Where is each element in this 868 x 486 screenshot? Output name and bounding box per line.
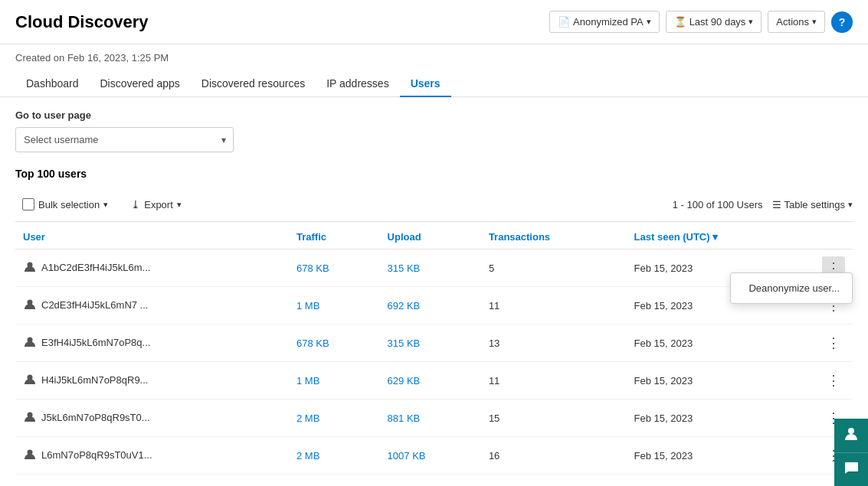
cell-user: A1bC2dE3fH4iJ5kL6m... [15,250,289,287]
cell-traffic: 678 KB [289,325,380,362]
table-row[interactable]: H4iJ5kL6mN7oP8qR9... 1 MB 629 KB 11 Feb … [15,362,853,400]
main-content: Go to user page Select username ▾ Top 10… [0,97,868,486]
cell-upload: 629 KB [380,362,481,400]
side-panel-chat-button[interactable] [834,452,868,486]
cell-user: C2dE3fH4iJ5kL6mN7 ... [15,287,289,325]
filter-icon: 📄 [558,16,570,28]
time-filter-button[interactable]: ⏳ Last 90 days ▾ [666,11,762,33]
cell-traffic: 1 MB [289,287,380,325]
cell-actions: ⋮ [814,362,853,400]
user-avatar-icon [23,373,37,387]
chevron-bulk-icon: ▾ [103,200,108,210]
cell-transactions: 11 [481,287,627,325]
table-toolbar: Bulk selection ▾ ⤓ Export ▾ 1 - 100 of 1… [15,188,853,222]
tab-users[interactable]: Users [400,71,451,97]
cell-upload: 692 KB [380,287,481,325]
cell-last-seen: Feb 15, 2023 [627,325,814,362]
cell-traffic: 1 MB [289,362,380,400]
context-menu: Deanonymize user... [730,272,853,304]
help-label: ? [839,16,846,28]
col-header-last-seen[interactable]: Last seen (UTC) ▾ [627,225,814,250]
cell-actions: ⋮ Deanonymize user... [814,250,853,287]
filter-button[interactable]: 📄 Anonymized PA ▾ [549,11,660,33]
side-panel [834,419,868,486]
go-to-user-label: Go to user page [15,109,853,121]
row-menu-button[interactable]: ⋮ [822,369,845,392]
bulk-checkbox-icon [22,198,34,210]
toolbar-left: Bulk selection ▾ ⤓ Export ▾ [15,194,188,215]
cell-upload: 881 KB [380,400,481,437]
tab-bar: Dashboard Discovered apps Discovered res… [0,64,868,97]
table-settings-label: Table settings [784,199,846,210]
col-header-actions [814,225,853,250]
col-header-user[interactable]: User [15,225,289,250]
cell-user: J5kL6mN7oP8qR9sT0... [15,400,289,437]
time-label: Last 90 days [689,16,746,28]
toolbar-right: 1 - 100 of 100 Users ☰ Table settings ▾ [673,199,853,210]
bulk-selection-button[interactable]: Bulk selection ▾ [15,194,115,215]
table-settings-icon: ☰ [772,199,781,210]
cell-upload: 1007 KB [380,437,481,475]
page-header: Cloud Discovery 📄 Anonymized PA ▾ ⏳ Last… [0,0,868,44]
help-button[interactable]: ? [831,11,853,33]
user-avatar-icon [23,260,37,274]
pagination-label: 1 - 100 of 100 Users [673,199,763,210]
cell-transactions: 16 [481,437,627,475]
cell-upload: 315 KB [380,250,481,287]
row-menu-button[interactable]: ⋮ [822,331,845,354]
page-title: Cloud Discovery [15,12,149,32]
user-avatar-icon [23,298,37,311]
tab-ip-addresses[interactable]: IP addresses [316,71,399,97]
chevron-down-icon-actions: ▾ [812,17,817,27]
chevron-export-icon: ▾ [177,200,182,210]
table-row[interactable]: E3fH4iJ5kL6mN7oP8q... 678 KB 315 KB 13 F… [15,325,853,362]
cell-last-seen: Feb 15, 2023 [627,362,814,400]
table-row[interactable]: C2dE3fH4iJ5kL6mN7 ... 1 MB 692 KB 11 Feb… [15,287,853,325]
cell-transactions: 11 [481,362,627,400]
tab-discovered-resources[interactable]: Discovered resources [191,71,316,97]
table-header: User Traffic Upload Transactions Last se… [15,225,853,250]
username-select-wrapper: Select username ▾ [15,127,234,152]
tab-dashboard[interactable]: Dashboard [15,71,90,97]
cell-last-seen: Feb 15, 2023 [627,437,814,475]
user-avatar-icon [23,335,37,349]
side-panel-person-button[interactable] [834,419,868,452]
cell-upload: 315 KB [380,325,481,362]
col-header-upload[interactable]: Upload [380,225,481,250]
table-body: A1bC2dE3fH4iJ5kL6m... 678 KB 315 KB 5 Fe… [15,250,853,475]
cell-actions: ⋮ [814,325,853,362]
table-row[interactable]: A1bC2dE3fH4iJ5kL6m... 678 KB 315 KB 5 Fe… [15,250,853,287]
subheader: Created on Feb 16, 2023, 1:25 PM [0,44,868,64]
cell-user: E3fH4iJ5kL6mN7oP8q... [15,325,289,362]
person-icon [843,426,859,445]
export-label: Export [144,199,173,210]
bulk-selection-label: Bulk selection [38,199,100,210]
user-avatar-icon [23,410,37,424]
actions-button[interactable]: Actions ▾ [768,11,825,33]
created-text: Created on Feb 16, 2023, 1:25 PM [15,52,169,64]
users-table: User Traffic Upload Transactions Last se… [15,225,853,475]
col-header-transactions[interactable]: Transactions [481,225,627,250]
actions-label: Actions [776,16,809,28]
table-settings-button[interactable]: ☰ Table settings ▾ [772,199,853,210]
svg-point-6 [848,428,854,434]
tab-discovered-apps[interactable]: Discovered apps [90,71,191,97]
table-row[interactable]: L6mN7oP8qR9sT0uV1... 2 MB 1007 KB 16 Feb… [15,437,853,475]
section-title: Top 100 users [15,168,853,180]
user-avatar-icon [23,448,37,462]
chat-icon [843,460,859,479]
filter-label: Anonymized PA [573,16,644,28]
clock-icon: ⏳ [674,16,686,28]
deanonymize-menu-item[interactable]: Deanonymize user... [731,276,852,300]
col-header-traffic[interactable]: Traffic [289,225,380,250]
cell-traffic: 2 MB [289,400,380,437]
cell-user: H4iJ5kL6mN7oP8qR9... [15,362,289,400]
username-select[interactable]: Select username [15,127,234,152]
export-button[interactable]: ⤓ Export ▾ [124,194,188,215]
cell-traffic: 678 KB [289,250,380,287]
chevron-settings-icon: ▾ [848,200,853,210]
cell-traffic: 2 MB [289,437,380,475]
cell-user: L6mN7oP8qR9sT0uV1... [15,437,289,475]
table-row[interactable]: J5kL6mN7oP8qR9sT0... 2 MB 881 KB 15 Feb … [15,400,853,437]
cell-transactions: 15 [481,400,627,437]
